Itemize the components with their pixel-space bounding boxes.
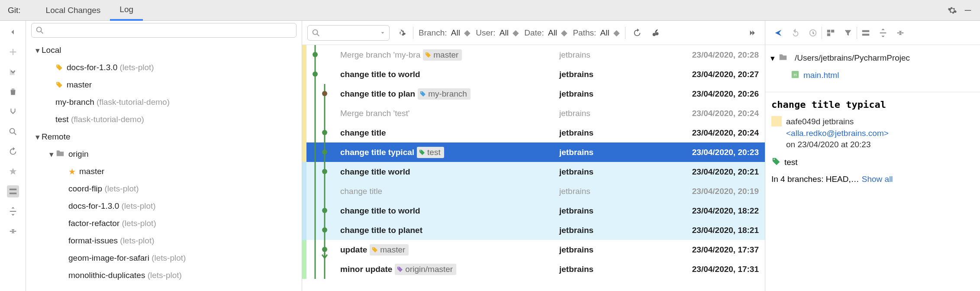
topbar: Git: Local Changes Log bbox=[0, 0, 980, 21]
structure-icon[interactable] bbox=[7, 185, 19, 197]
branch-node-origin[interactable]: ▾origin bbox=[26, 146, 302, 163]
filter-user[interactable]: User: All ◆ bbox=[476, 28, 519, 38]
svg-point-11 bbox=[313, 71, 318, 77]
svg-point-5 bbox=[313, 29, 318, 34]
branch-tag-label[interactable]: test bbox=[784, 158, 798, 167]
branches-panel: ▾Localdocs-for-1.3.0 (lets-plot)mastermy… bbox=[26, 21, 302, 291]
hash-color-box bbox=[771, 116, 782, 126]
tree-section-local[interactable]: ▾Local bbox=[26, 42, 302, 59]
navigate-icon[interactable] bbox=[770, 26, 787, 40]
merge-icon[interactable] bbox=[7, 106, 19, 118]
log-refresh-icon[interactable] bbox=[631, 26, 644, 39]
commit-author: jetbrains bbox=[823, 117, 854, 126]
svg-point-33 bbox=[322, 227, 327, 233]
commit-title: change title typical bbox=[771, 99, 974, 110]
log-toolbar: Branch: All ◆ User: All ◆ Date: All ◆ Pa… bbox=[302, 21, 765, 45]
gear-icon[interactable] bbox=[945, 3, 960, 18]
expand-all-icon[interactable] bbox=[7, 205, 19, 217]
refresh-icon[interactable] bbox=[7, 146, 19, 158]
add-icon[interactable] bbox=[7, 46, 19, 58]
branch-node-master[interactable]: master bbox=[26, 76, 302, 94]
log-row[interactable]: change title world jetbrains23/04/2020, … bbox=[302, 162, 765, 181]
favorite-icon[interactable] bbox=[7, 165, 19, 178]
log-row[interactable]: update masterjetbrains23/04/2020, 17:37 bbox=[302, 240, 765, 259]
svg-point-4 bbox=[37, 27, 42, 32]
branch-node-format-issues[interactable]: format-issues (lets-plot) bbox=[26, 232, 302, 249]
tick-down-icon[interactable] bbox=[7, 66, 19, 78]
log-row[interactable]: minor update origin/masterjetbrains23/04… bbox=[302, 259, 765, 279]
svg-point-7 bbox=[655, 32, 658, 35]
chevron-down-icon[interactable]: ▾ bbox=[770, 53, 775, 63]
vcs-title: Git: bbox=[4, 6, 24, 15]
expand-icon[interactable] bbox=[874, 26, 892, 40]
svg-rect-2 bbox=[9, 189, 16, 191]
branch-node-my-branch[interactable]: my-branch (flask-tutorial-demo) bbox=[26, 94, 302, 111]
history-icon[interactable] bbox=[804, 26, 822, 40]
svg-rect-3 bbox=[9, 193, 16, 194]
undo-icon[interactable] bbox=[787, 26, 804, 40]
changed-files-path[interactable]: /Users/jetbrains/PycharmProjec bbox=[795, 53, 910, 63]
log-row[interactable]: change title to world jetbrains23/04/202… bbox=[302, 201, 765, 220]
trash-icon[interactable] bbox=[7, 86, 19, 98]
branch-node-docs-for-1-3-0[interactable]: docs-for-1.3.0 (lets-plot) bbox=[26, 197, 302, 215]
tag-icon bbox=[771, 157, 781, 168]
commit-date: on 23/04/2020 at 20:23 bbox=[786, 140, 870, 149]
svg-text:H: H bbox=[794, 72, 797, 77]
minimize-icon[interactable] bbox=[960, 3, 976, 18]
log-row[interactable]: change title to planet jetbrains23/04/20… bbox=[302, 220, 765, 240]
detail-panel: ▾ /Users/jetbrains/PycharmProjec H main.… bbox=[765, 21, 980, 291]
branch-node-geom-image-for-safari[interactable]: geom-image-for-safari (lets-plot) bbox=[26, 249, 302, 267]
filter-branch[interactable]: Branch: All ◆ bbox=[419, 28, 471, 38]
search-icon[interactable] bbox=[7, 126, 19, 138]
tab-local-changes[interactable]: Local Changes bbox=[36, 0, 110, 20]
log-row[interactable]: change title jetbrains23/04/2020, 20:19 bbox=[302, 181, 765, 201]
log-row[interactable]: change title to world jetbrains23/04/202… bbox=[302, 65, 765, 84]
filter-icon[interactable] bbox=[839, 26, 857, 40]
left-gutter bbox=[0, 21, 26, 291]
more-icon[interactable] bbox=[747, 26, 760, 39]
branch-node-factor-refactor[interactable]: factor-refactor (lets-plot) bbox=[26, 215, 302, 232]
filter-paths[interactable]: Paths: All ◆ bbox=[573, 28, 620, 38]
collapse-all-icon[interactable] bbox=[7, 225, 19, 237]
log-row[interactable]: change title typical testjetbrains23/04/… bbox=[302, 142, 765, 162]
svg-point-36 bbox=[322, 247, 327, 252]
svg-point-9 bbox=[313, 52, 318, 57]
tree-section-remote[interactable]: ▾Remote bbox=[26, 128, 302, 146]
svg-point-19 bbox=[322, 130, 327, 135]
branch-node-coord-flip[interactable]: coord-flip (lets-plot) bbox=[26, 180, 302, 197]
branch-search-input[interactable] bbox=[31, 23, 297, 38]
group-icon[interactable] bbox=[822, 26, 839, 40]
changed-files: ▾ /Users/jetbrains/PycharmProjec H main.… bbox=[765, 45, 980, 92]
svg-rect-40 bbox=[827, 29, 830, 32]
branch-node-docs-for-1-3-0[interactable]: docs-for-1.3.0 (lets-plot) bbox=[26, 59, 302, 76]
collapse-left-icon[interactable] bbox=[7, 26, 19, 38]
layout-icon[interactable] bbox=[857, 26, 874, 40]
log-settings-icon[interactable] bbox=[395, 26, 408, 39]
branch-node-master[interactable]: ★master bbox=[26, 163, 302, 180]
svg-point-22 bbox=[322, 149, 327, 155]
svg-point-6 bbox=[653, 33, 656, 36]
commit-hash[interactable]: aafe049d bbox=[786, 117, 820, 126]
folder-icon bbox=[778, 52, 788, 64]
svg-point-1 bbox=[10, 129, 14, 133]
log-panel: Branch: All ◆ User: All ◆ Date: All ◆ Pa… bbox=[302, 21, 765, 291]
commit-info: change title typical aafe049d jetbrains … bbox=[765, 92, 980, 191]
show-all-link[interactable]: Show all bbox=[862, 175, 893, 184]
svg-rect-0 bbox=[965, 10, 971, 11]
cherry-pick-icon[interactable] bbox=[649, 26, 662, 39]
log-row[interactable]: Merge branch 'my-bra masterjetbrains23/0… bbox=[302, 45, 765, 65]
branch-node-monolithic-duplicates[interactable]: monolithic-duplicates (lets-plot) bbox=[26, 267, 302, 284]
log-search-input[interactable] bbox=[307, 25, 390, 41]
collapse-icon[interactable] bbox=[892, 26, 909, 40]
log-row[interactable]: change title to plan my-branchjetbrains2… bbox=[302, 84, 765, 103]
log-row[interactable]: Merge branch 'test' jetbrains23/04/2020,… bbox=[302, 103, 765, 123]
detail-toolbar bbox=[765, 21, 980, 45]
branches-tree: ▾Localdocs-for-1.3.0 (lets-plot)mastermy… bbox=[26, 40, 302, 291]
tab-log[interactable]: Log bbox=[110, 0, 143, 21]
log-row[interactable]: change title jetbrains23/04/2020, 20:24 bbox=[302, 123, 765, 142]
top-tabs: Local Changes Log bbox=[36, 0, 143, 20]
commit-email[interactable]: <alla.redko@jetbrains.com> bbox=[786, 129, 889, 138]
branch-node-test[interactable]: test (flask-tutorial-demo) bbox=[26, 111, 302, 128]
filter-date[interactable]: Date: All ◆ bbox=[524, 28, 567, 38]
changed-file[interactable]: main.html bbox=[803, 71, 839, 80]
